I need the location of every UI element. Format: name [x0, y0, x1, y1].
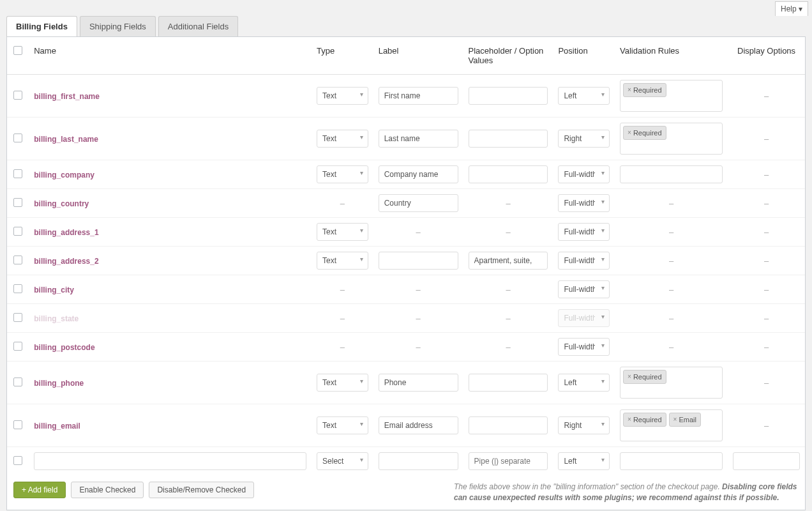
position-select[interactable]: LeftRightFull-width — [558, 194, 610, 212]
col-placeholder: Placeholder / Option Values — [463, 37, 553, 75]
validation-tag[interactable]: Required — [623, 83, 666, 97]
field-name-link[interactable]: billing_phone — [34, 379, 84, 388]
placeholder-input[interactable] — [469, 374, 548, 392]
type-select[interactable]: TextSelect — [317, 252, 368, 270]
dash: – — [733, 314, 800, 323]
table-footer: + Add field Enable Checked Disable/Remov… — [7, 475, 805, 510]
table-row: billing_country––LeftRightFull-width–– — [7, 189, 805, 218]
label-input[interactable] — [379, 416, 458, 434]
tab-additional[interactable]: Additional Fields — [158, 16, 238, 36]
dash: – — [620, 256, 723, 266]
dash: – — [733, 421, 800, 431]
field-name-link[interactable]: billing_email — [34, 422, 80, 431]
position-select[interactable]: LeftRightFull-width — [558, 130, 610, 148]
position-select[interactable]: LeftRightFull-width — [558, 416, 610, 434]
new-field-name-input[interactable] — [34, 452, 306, 470]
table-row: billing_address_1TextSelect––LeftRightFu… — [7, 218, 805, 247]
position-select[interactable]: LeftRightFull-width — [558, 338, 610, 356]
validation-tag[interactable]: Required — [623, 413, 666, 427]
help-tab[interactable]: Help ▾ — [775, 1, 808, 16]
dash: – — [733, 134, 800, 144]
label-input[interactable] — [379, 130, 458, 148]
enable-checked-button[interactable]: Enable Checked — [71, 482, 144, 498]
validation-rules-input[interactable] — [620, 165, 723, 183]
col-name: Name — [29, 37, 312, 75]
type-select[interactable]: TextSelect — [317, 223, 368, 241]
row-checkbox[interactable] — [13, 342, 22, 351]
type-select[interactable]: TextSelect — [317, 165, 368, 183]
position-select: LeftRightFull-width — [558, 309, 610, 327]
dash: – — [620, 285, 723, 294]
validation-tag[interactable]: Required — [623, 126, 666, 140]
add-field-button[interactable]: + Add field — [13, 482, 66, 498]
tabs: Billing Fields Shipping Fields Additiona… — [6, 16, 806, 36]
dash: – — [379, 314, 458, 323]
field-name-link[interactable]: billing_country — [34, 199, 89, 208]
dash: – — [469, 199, 548, 208]
validation-tag[interactable]: Required — [623, 370, 666, 384]
placeholder-input[interactable] — [469, 87, 548, 105]
dash: – — [733, 227, 800, 237]
validation-rules-input[interactable]: Required — [620, 123, 723, 155]
row-checkbox[interactable] — [13, 284, 22, 293]
row-checkbox[interactable] — [13, 456, 22, 465]
row-checkbox[interactable] — [13, 420, 22, 429]
help-label: Help — [781, 4, 797, 13]
field-name-link[interactable]: billing_first_name — [34, 92, 100, 101]
placeholder-input[interactable] — [469, 416, 548, 434]
dash: – — [379, 342, 458, 352]
type-select[interactable]: TextSelect — [317, 452, 368, 470]
label-input[interactable] — [379, 374, 458, 392]
row-checkbox[interactable] — [13, 256, 22, 264]
placeholder-input[interactable] — [469, 130, 548, 148]
field-name-link[interactable]: billing_address_1 — [34, 228, 98, 237]
validation-rules-input[interactable]: RequiredEmail — [620, 409, 723, 441]
type-select[interactable]: TextSelect — [317, 87, 368, 105]
label-input[interactable] — [379, 194, 458, 212]
row-checkbox[interactable] — [13, 133, 22, 142]
position-select[interactable]: LeftRightFull-width — [558, 252, 610, 270]
position-select[interactable]: LeftRightFull-width — [558, 87, 610, 105]
label-input[interactable] — [379, 87, 458, 105]
fields-table: Name Type Label Placeholder / Option Val… — [6, 36, 806, 510]
field-name-link[interactable]: billing_company — [34, 171, 94, 179]
position-select[interactable]: LeftRightFull-width — [558, 165, 610, 183]
display-options-input[interactable] — [733, 452, 800, 470]
row-checkbox[interactable] — [13, 198, 22, 207]
validation-rules-input[interactable] — [620, 452, 723, 470]
validation-rules-input[interactable]: Required — [620, 80, 723, 112]
type-select[interactable]: TextSelect — [317, 130, 368, 148]
placeholder-input[interactable] — [469, 165, 548, 183]
disable-remove-checked-button[interactable]: Disable/Remove Checked — [149, 482, 254, 498]
row-checkbox[interactable] — [13, 91, 22, 100]
type-select[interactable]: TextSelect — [317, 416, 368, 434]
table-row: billing_companyTextSelectLeftRightFull-w… — [7, 160, 805, 189]
select-all-checkbox[interactable] — [13, 46, 22, 55]
row-checkbox[interactable] — [13, 227, 22, 236]
dash: – — [733, 378, 800, 388]
row-checkbox[interactable] — [13, 313, 22, 322]
label-input[interactable] — [379, 165, 458, 183]
field-name-link[interactable]: billing_last_name — [34, 135, 98, 144]
label-input[interactable] — [379, 452, 458, 470]
placeholder-input[interactable] — [469, 452, 548, 470]
dash: – — [620, 227, 723, 237]
validation-rules-input[interactable]: Required — [620, 367, 723, 399]
validation-tag[interactable]: Email — [669, 413, 701, 427]
dash: – — [620, 314, 723, 323]
type-select[interactable]: TextSelect — [317, 374, 368, 392]
row-checkbox[interactable] — [13, 378, 22, 386]
position-select[interactable]: LeftRightFull-width — [558, 452, 610, 470]
label-input[interactable] — [379, 252, 458, 270]
row-checkbox[interactable] — [13, 169, 22, 178]
position-select[interactable]: LeftRightFull-width — [558, 223, 610, 241]
tab-shipping[interactable]: Shipping Fields — [80, 16, 156, 36]
position-select[interactable]: LeftRightFull-width — [558, 374, 610, 392]
position-select[interactable]: LeftRightFull-width — [558, 280, 610, 298]
field-name-link[interactable]: billing_city — [34, 286, 74, 294]
tab-billing[interactable]: Billing Fields — [6, 16, 77, 36]
placeholder-input[interactable] — [469, 252, 548, 270]
field-name-link[interactable]: billing_postcode — [34, 343, 94, 352]
field-name-link[interactable]: billing_address_2 — [34, 257, 98, 266]
field-name-link[interactable]: billing_state — [34, 314, 79, 323]
